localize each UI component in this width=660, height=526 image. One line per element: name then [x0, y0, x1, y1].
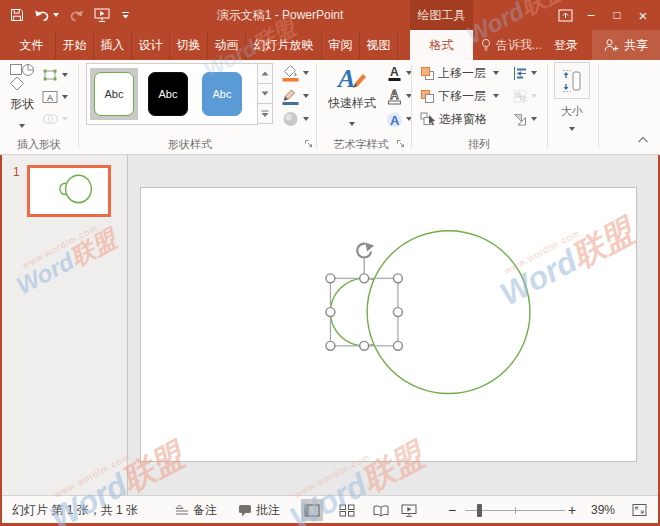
shapes-caret-icon [19, 124, 25, 128]
tab-slideshow[interactable]: 幻灯片放映 [246, 30, 322, 60]
comments-button[interactable]: 批注 [238, 496, 280, 524]
size-caret[interactable] [569, 120, 575, 134]
ribbon-tab-row: 文件 开始 插入 设计 切换 动画 幻灯片放映 审阅 视图 格式 告诉我... … [0, 30, 660, 60]
shape-effects-icon [281, 110, 300, 128]
notes-button[interactable]: 备注 [175, 496, 217, 524]
view-slideshow-button[interactable] [398, 499, 420, 521]
gallery-scroll-down-button[interactable] [257, 83, 273, 104]
zoom-level[interactable]: 39% [591, 496, 615, 524]
text-effects-button[interactable]: A [386, 110, 412, 128]
shape-effects-caret-icon [303, 117, 309, 121]
rotate-objects-button[interactable] [512, 110, 537, 128]
tab-view[interactable]: 视图 [360, 30, 398, 60]
size-caret-icon [569, 127, 575, 131]
collapse-ribbon-button[interactable] [636, 134, 650, 148]
svg-text:A: A [390, 112, 400, 127]
ribbon-display-options-button[interactable] [552, 0, 578, 30]
slide[interactable] [140, 187, 637, 462]
selection-handle[interactable] [326, 308, 335, 317]
tab-animations[interactable]: 动画 [208, 30, 246, 60]
tab-home[interactable]: 开始 [56, 30, 94, 60]
send-backward-icon [420, 89, 435, 104]
text-fill-button[interactable]: A [386, 64, 412, 82]
size-icon [560, 69, 584, 93]
shape-styles-dialog-launcher[interactable] [304, 138, 314, 152]
selection-handle[interactable] [393, 341, 402, 350]
slide-thumbnail-panel: 1 [2, 155, 128, 495]
text-box-button[interactable]: A [42, 88, 68, 106]
text-outline-button[interactable]: A [386, 87, 412, 105]
tab-format-active[interactable]: 格式 [410, 30, 473, 60]
size-button[interactable] [554, 62, 590, 99]
redo-button-disabled[interactable] [67, 7, 86, 24]
shape-style-tile-blue[interactable]: Abc [198, 68, 246, 120]
scroll-up-icon [261, 71, 269, 76]
view-slide-sorter-button[interactable] [336, 499, 358, 521]
shape-outline-button[interactable] [281, 87, 309, 105]
tab-review[interactable]: 审阅 [322, 30, 360, 60]
svg-text:A: A [390, 65, 399, 79]
large-circle[interactable] [367, 231, 530, 394]
selection-handle[interactable] [360, 341, 369, 350]
selection-handle[interactable] [326, 274, 335, 283]
customize-qat-button[interactable] [119, 9, 132, 22]
selection-handle[interactable] [393, 308, 402, 317]
save-button[interactable] [8, 6, 26, 24]
tab-file[interactable]: 文件 [8, 30, 56, 60]
undo-button[interactable] [32, 7, 61, 24]
group-objects-button-disabled[interactable] [512, 87, 537, 105]
edit-shape-button[interactable] [42, 66, 68, 84]
selection-handle[interactable] [393, 274, 402, 283]
view-slideshow-icon [401, 504, 417, 517]
view-reading-button[interactable] [370, 499, 392, 521]
tab-design[interactable]: 设计 [132, 30, 170, 60]
thumb-large-circle [66, 175, 92, 202]
slide-thumbnail-selected[interactable] [27, 165, 111, 217]
gallery-scroll-up-button[interactable] [257, 63, 273, 84]
quick-styles-button[interactable]: A 快速样式 [324, 62, 380, 129]
shape-effects-button[interactable] [281, 110, 309, 128]
slide-editing-canvas[interactable] [129, 155, 658, 495]
view-normal-button[interactable] [301, 499, 323, 521]
tell-me-button[interactable]: 告诉我... [481, 37, 542, 54]
selection-handle[interactable] [326, 341, 335, 350]
zoom-in-button[interactable]: + [568, 496, 576, 524]
bring-forward-button[interactable]: 上移一层 [420, 64, 499, 82]
start-slideshow-button[interactable] [92, 6, 113, 25]
quick-styles-icon: A [336, 62, 368, 92]
share-person-icon [604, 38, 619, 52]
zoom-out-button[interactable]: − [448, 496, 456, 524]
sign-in-button[interactable]: 登录 [554, 37, 578, 54]
redo-icon [69, 9, 84, 22]
tab-transitions[interactable]: 切换 [170, 30, 208, 60]
maximize-button[interactable]: □ [604, 0, 630, 30]
tab-insert[interactable]: 插入 [94, 30, 132, 60]
edit-shape-caret-icon [62, 73, 68, 77]
shapes-button[interactable]: 形状 [6, 62, 38, 131]
text-fill-icon: A [386, 65, 403, 82]
slide-number: 1 [13, 165, 20, 179]
align-objects-button[interactable] [512, 64, 537, 82]
minimize-button[interactable]: – [578, 0, 604, 30]
gallery-more-button[interactable] [257, 103, 273, 124]
zoom-slider-center-tick [515, 507, 516, 514]
selection-handle[interactable] [360, 274, 369, 283]
wordart-styles-dialog-launcher[interactable] [396, 138, 406, 152]
text-effects-icon: A [386, 111, 403, 128]
rotate-objects-icon [512, 112, 528, 127]
close-button[interactable]: × [630, 0, 656, 30]
selection-pane-button[interactable]: 选择窗格 [420, 110, 487, 128]
merge-shapes-button-disabled[interactable] [42, 110, 68, 128]
share-button[interactable]: 共享 [592, 30, 660, 60]
shape-style-tile-black[interactable]: Abc [144, 68, 192, 120]
window-title: 演示文稿1 - PowerPoint [170, 0, 390, 30]
send-backward-caret-icon [493, 94, 499, 98]
undo-icon [34, 9, 51, 22]
shape-fill-button[interactable] [281, 64, 309, 82]
contextual-tool-header: 绘图工具 [410, 0, 473, 30]
fit-slide-to-window-button[interactable] [628, 499, 650, 521]
zoom-slider-thumb[interactable] [477, 504, 482, 517]
send-backward-button[interactable]: 下移一层 [420, 87, 499, 105]
undo-caret-icon[interactable] [53, 13, 59, 17]
shape-style-tile-selected[interactable]: Abc [90, 68, 138, 120]
